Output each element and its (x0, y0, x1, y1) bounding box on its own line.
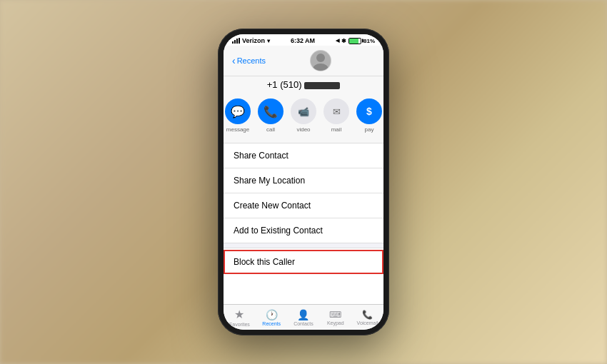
carrier-label: Verizon (242, 37, 265, 44)
recents-icon: 🕐 (266, 309, 278, 320)
share-location-label: Share My Location (234, 176, 305, 186)
recents-label: Recents (262, 321, 281, 326)
menu-divider (224, 243, 383, 248)
phone-number: +1 (510) (232, 79, 375, 90)
message-button[interactable]: 💬 message (225, 98, 251, 133)
status-bar: Verizon ▾ 6:32 AM ◀ ✱ 81% (224, 34, 383, 46)
mail-icon: ✉ (323, 98, 349, 124)
add-existing-item[interactable]: Add to Existing Contact (224, 218, 383, 243)
wifi-icon: ▾ (267, 38, 270, 44)
navigation-bar: ‹ Recents (224, 46, 383, 76)
video-button[interactable]: 📹 video (291, 98, 316, 133)
status-time: 6:32 AM (291, 37, 315, 44)
back-label: Recents (237, 56, 266, 65)
menu-section-contacts: Share Contact Share My Location Create N… (224, 143, 383, 243)
phone-frame: Verizon ▾ 6:32 AM ◀ ✱ 81% ‹ Recents (218, 29, 389, 335)
tab-contacts[interactable]: 👤 Contacts (288, 309, 320, 326)
call-label: call (266, 126, 275, 133)
share-contact-item[interactable]: Share Contact (224, 143, 383, 168)
video-icon: 📹 (291, 98, 316, 124)
action-buttons-row: 💬 message 📞 call 📹 video ✉ mail (232, 94, 375, 137)
contacts-icon: 👤 (297, 309, 309, 320)
tab-recents[interactable]: 🕐 Recents (256, 309, 288, 326)
phone-screen: Verizon ▾ 6:32 AM ◀ ✱ 81% ‹ Recents (224, 34, 383, 330)
back-button[interactable]: ‹ Recents (232, 56, 266, 66)
tab-bar: ★ Favorites 🕐 Recents 👤 Contacts ⌨ Keypa… (224, 304, 383, 330)
contacts-label: Contacts (294, 321, 313, 326)
pay-label: pay (365, 126, 374, 133)
video-label: video (296, 126, 310, 133)
location-icon: ◀ (336, 38, 339, 44)
tab-favorites[interactable]: ★ Favorites (224, 308, 256, 327)
menu-list: Share Contact Share My Location Create N… (224, 143, 383, 304)
svg-point-0 (316, 54, 325, 62)
create-contact-label: Create New Contact (234, 201, 311, 211)
bluetooth-icon: ✱ (341, 38, 346, 44)
signal-icon (232, 38, 240, 44)
keypad-icon: ⌨ (329, 310, 341, 320)
pay-icon: $ (356, 98, 382, 124)
call-button[interactable]: 📞 call (258, 98, 284, 133)
voicemail-icon: 📞 (362, 310, 373, 320)
share-contact-label: Share Contact (234, 151, 289, 161)
back-chevron-icon: ‹ (232, 56, 236, 66)
voicemail-label: Voicemail (357, 320, 378, 325)
phone-number-text: +1 (510) (267, 79, 302, 90)
tab-keypad[interactable]: ⌨ Keypad (319, 310, 351, 325)
contact-avatar (310, 50, 331, 71)
status-left: Verizon ▾ (232, 37, 270, 44)
battery-label: 81% (363, 38, 375, 44)
status-right: ◀ ✱ 81% (336, 38, 375, 44)
call-icon: 📞 (258, 98, 284, 124)
phone-redacted (304, 82, 340, 89)
keypad-label: Keypad (327, 320, 344, 325)
block-caller-label: Block this Caller (234, 257, 295, 267)
avatar-circle (311, 51, 331, 71)
avatar-icon (311, 51, 331, 71)
mail-label: mail (331, 126, 342, 133)
favorites-label: Favorites (229, 322, 250, 327)
battery-icon (348, 38, 361, 44)
contact-header: +1 (510) 💬 message 📞 call 📹 vid (224, 76, 383, 143)
menu-section-block: Block this Caller (224, 250, 383, 274)
pay-button[interactable]: $ pay (356, 98, 382, 133)
mail-button[interactable]: ✉ mail (323, 98, 349, 133)
tab-voicemail[interactable]: 📞 Voicemail (351, 310, 383, 325)
block-caller-item[interactable]: Block this Caller (224, 250, 383, 274)
svg-point-1 (313, 64, 328, 71)
create-contact-item[interactable]: Create New Contact (224, 193, 383, 218)
share-location-item[interactable]: Share My Location (224, 168, 383, 193)
message-label: message (226, 126, 249, 133)
message-icon: 💬 (225, 98, 251, 124)
add-existing-label: Add to Existing Contact (234, 226, 323, 236)
favorites-icon: ★ (234, 308, 244, 321)
